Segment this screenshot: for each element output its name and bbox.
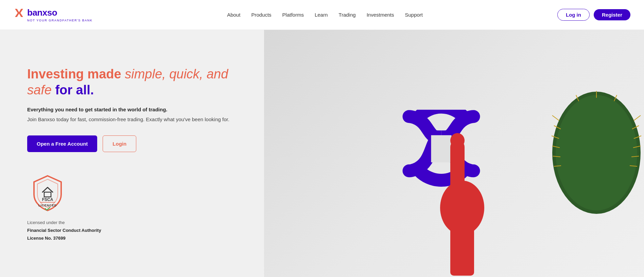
nav-link-investments[interactable]: Investments [367, 12, 394, 18]
svg-rect-6 [450, 140, 465, 208]
main-nav: About Products Platforms Learn Trading I… [227, 12, 423, 18]
nav-link-learn[interactable]: Learn [315, 12, 328, 18]
navbar: banxso NOT YOUR GRANDFATHER'S BANK About… [0, 0, 644, 30]
nav-link-about[interactable]: About [227, 12, 240, 18]
open-account-button[interactable]: Open a Free Account [27, 135, 97, 152]
svg-point-10 [556, 95, 637, 210]
nav-item-learn[interactable]: Learn [315, 12, 328, 18]
hero-login-button[interactable]: Login [103, 135, 136, 152]
fsca-licensed-under: Licensed under the [27, 220, 244, 225]
hero-title-prefix: Investing made [27, 67, 125, 81]
hero-subtitle-bold: Everything you need to get started in th… [27, 107, 244, 112]
nav-link-trading[interactable]: Trading [338, 12, 355, 18]
svg-text:LICENCED: LICENCED [38, 204, 57, 207]
login-button[interactable]: Log in [557, 9, 590, 21]
nav-link-products[interactable]: Products [251, 12, 271, 18]
svg-point-8 [450, 133, 465, 148]
svg-text:FSCA: FSCA [42, 197, 53, 202]
hero-title: Investing made simple, quick, and safe f… [27, 66, 244, 98]
hero-title-suffix: for all. [55, 83, 94, 97]
svg-line-11 [552, 115, 559, 121]
fsca-section: FSCA LICENCED Licensed under the Financi… [27, 172, 244, 241]
fsca-license: License No. 37699 [27, 236, 244, 241]
nav-item-trading[interactable]: Trading [338, 12, 355, 18]
fsca-badge-icon: FSCA LICENCED [27, 172, 68, 213]
nav-link-support[interactable]: Support [405, 12, 423, 18]
navbar-actions: Log in Register [557, 9, 630, 21]
nav-item-investments[interactable]: Investments [367, 12, 394, 18]
nav-item-products[interactable]: Products [251, 12, 271, 18]
svg-rect-7 [450, 221, 474, 276]
hero-subtitle: Join Banxso today for fast, commission-f… [27, 116, 244, 124]
nav-item-platforms[interactable]: Platforms [282, 12, 304, 18]
hero-buttons: Open a Free Account Login [27, 135, 244, 152]
logo[interactable]: banxso NOT YOUR GRANDFATHER'S BANK [14, 7, 92, 22]
logo-tagline: NOT YOUR GRANDFATHER'S BANK [27, 19, 92, 22]
nav-link-platforms[interactable]: Platforms [282, 12, 304, 18]
logo-text: banxso [27, 7, 57, 18]
logo-icon [14, 8, 24, 18]
register-button[interactable]: Register [594, 9, 630, 20]
hero-section: Investing made simple, quick, and safe f… [0, 30, 644, 277]
red-hand-illustration [425, 113, 500, 277]
hero-left: Investing made simple, quick, and safe f… [0, 30, 264, 277]
hero-right [264, 30, 644, 277]
nav-item-support[interactable]: Support [405, 12, 423, 18]
cactus-illustration [549, 81, 644, 225]
svg-line-17 [634, 115, 641, 121]
nav-item-about[interactable]: About [227, 12, 240, 18]
svg-rect-0 [44, 192, 51, 197]
fsca-authority: Financial Sector Conduct Authority [27, 228, 244, 233]
